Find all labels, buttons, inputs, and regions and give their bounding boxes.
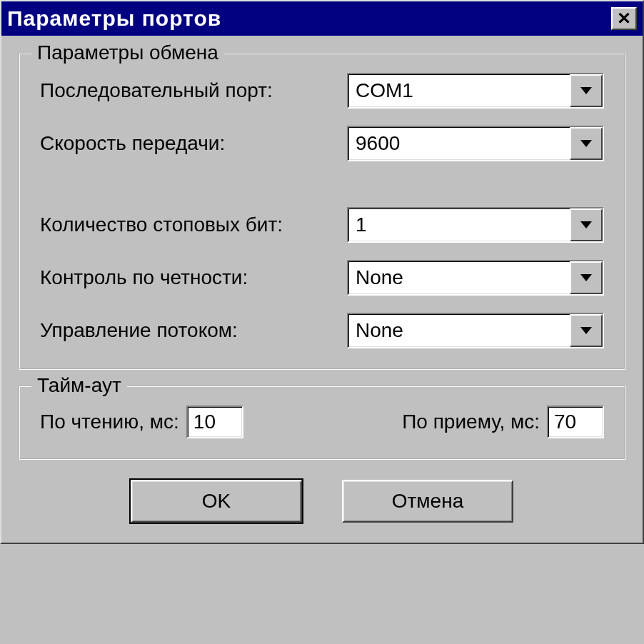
baud-value: 9600 xyxy=(348,127,570,160)
button-row: OK Отмена xyxy=(19,480,625,523)
receive-timeout-label: По приему, мс: xyxy=(402,411,540,433)
exchange-legend: Параметры обмена xyxy=(31,41,224,64)
baud-dropdown-button[interactable] xyxy=(570,127,603,160)
read-timeout-label: По чтению, мс: xyxy=(40,411,179,433)
ok-button[interactable]: OK xyxy=(131,480,302,523)
svg-marker-3 xyxy=(580,274,592,281)
port-value: COM1 xyxy=(348,74,570,107)
svg-marker-0 xyxy=(580,87,592,94)
dialog-window: Параметры портов ✕ Параметры обмена Посл… xyxy=(0,0,644,544)
stopbits-label: Количество стоповых бит: xyxy=(40,213,347,236)
flow-dropdown-button[interactable] xyxy=(570,314,603,347)
read-timeout-input[interactable] xyxy=(186,406,243,438)
window-title: Параметры портов xyxy=(7,6,221,31)
close-button[interactable]: ✕ xyxy=(611,7,637,30)
port-combo[interactable]: COM1 xyxy=(347,73,604,109)
parity-combo[interactable]: None xyxy=(347,260,604,296)
titlebar: Параметры портов ✕ xyxy=(1,1,643,36)
port-dropdown-button[interactable] xyxy=(570,74,603,107)
timeout-legend: Тайм-аут xyxy=(31,374,127,397)
chevron-down-icon xyxy=(580,221,592,228)
close-icon: ✕ xyxy=(617,9,631,29)
parity-dropdown-button[interactable] xyxy=(570,261,603,294)
timeout-groupbox: Тайм-аут По чтению, мс: По приему, мс: xyxy=(19,386,625,460)
port-label: Последовательный порт: xyxy=(40,79,347,102)
baud-label: Скорость передачи: xyxy=(40,132,347,155)
stopbits-combo[interactable]: 1 xyxy=(347,207,604,243)
flow-label: Управление потоком: xyxy=(40,319,347,342)
chevron-down-icon xyxy=(580,87,592,94)
parity-label: Контроль по четности: xyxy=(40,266,347,289)
chevron-down-icon xyxy=(580,140,592,147)
stopbits-dropdown-button[interactable] xyxy=(570,208,603,241)
receive-timeout-input[interactable] xyxy=(547,406,604,438)
chevron-down-icon xyxy=(580,274,592,281)
svg-marker-1 xyxy=(580,140,592,147)
flow-value: None xyxy=(348,314,570,347)
parity-value: None xyxy=(348,261,570,294)
stopbits-value: 1 xyxy=(348,208,570,241)
chevron-down-icon xyxy=(580,327,592,334)
client-area: Параметры обмена Последовательный порт: … xyxy=(1,36,643,543)
svg-marker-2 xyxy=(580,221,592,228)
svg-marker-4 xyxy=(580,327,592,334)
flow-combo[interactable]: None xyxy=(347,313,604,348)
baud-combo[interactable]: 9600 xyxy=(347,126,604,161)
exchange-groupbox: Параметры обмена Последовательный порт: … xyxy=(19,53,625,370)
cancel-button[interactable]: Отмена xyxy=(342,480,513,523)
